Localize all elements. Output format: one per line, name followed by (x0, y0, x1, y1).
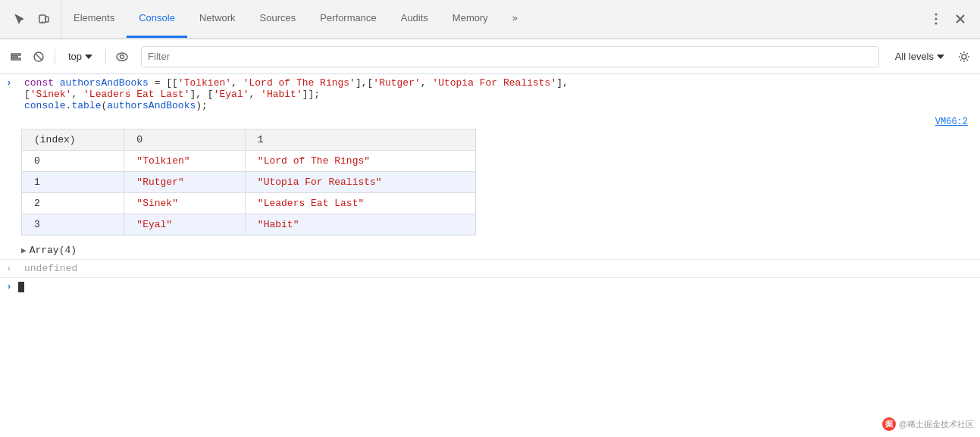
text-cursor (18, 282, 24, 292)
table-row: 2"Sinek""Leaders Eat Last" (22, 193, 476, 214)
svg-line-12 (36, 53, 42, 60)
console-input-line: › const authorsAndBooks = [['Tolkien', '… (0, 74, 980, 115)
svg-point-15 (962, 55, 966, 59)
console-table: (index) 0 1 0"Tolkien""Lord of The Rings… (21, 129, 476, 236)
table-row: 1"Rutger""Utopia For Realists" (22, 172, 476, 193)
col-header-1: 1 (245, 130, 475, 151)
array-label: Array(4) (30, 245, 77, 256)
triangle-icon: ▶ (21, 245, 27, 255)
filter-input[interactable] (141, 46, 879, 67)
tab-performance[interactable]: Performance (308, 0, 388, 38)
devtools-tabs: Elements Console Network Sources Perform… (61, 0, 919, 38)
svg-point-4 (935, 18, 938, 20)
kw-const: const (24, 77, 60, 89)
vm-link[interactable]: VM66:2 (935, 117, 968, 127)
table-row: 0"Tolkien""Lord of The Rings" (22, 151, 476, 172)
svg-rect-10 (11, 56, 17, 58)
tab-memory[interactable]: Memory (440, 0, 500, 38)
settings-icon[interactable] (954, 47, 974, 67)
input-arrow: › (6, 77, 21, 89)
code-block: const authorsAndBooks = [['Tolkien', 'Lo… (24, 77, 974, 111)
devtools-icons-left (3, 0, 61, 38)
svg-point-13 (117, 53, 127, 61)
tab-more[interactable]: » (500, 0, 530, 38)
tab-audits[interactable]: Audits (389, 0, 440, 38)
svg-point-5 (935, 23, 938, 25)
input-line[interactable]: › (0, 277, 980, 295)
tab-sources[interactable]: Sources (248, 0, 308, 38)
svg-point-3 (935, 14, 938, 16)
col-header-0: 0 (124, 130, 245, 151)
undefined-line: ‹ undefined (0, 259, 980, 277)
execute-icon[interactable] (6, 47, 26, 67)
tab-elements[interactable]: Elements (61, 0, 127, 38)
console-area: › const authorsAndBooks = [['Tolkien', '… (0, 74, 980, 437)
toolbar-divider (55, 49, 55, 64)
devtools-right-icons (919, 8, 977, 30)
svg-rect-1 (45, 17, 49, 22)
more-options-icon[interactable] (925, 8, 947, 30)
svg-rect-9 (11, 58, 20, 60)
prompt-caret: › (6, 281, 12, 292)
device-icon[interactable] (33, 8, 55, 30)
block-icon[interactable] (29, 47, 49, 67)
table-row: 3"Eyal""Habit" (22, 214, 476, 236)
context-selector[interactable]: top (61, 46, 99, 67)
vm-link-line: VM66:2 (0, 115, 980, 129)
devtools-topbar: Elements Console Network Sources Perform… (0, 0, 980, 39)
watermark-text: @稀土掘金技术社区 (899, 419, 974, 430)
svg-point-14 (121, 55, 124, 58)
tab-network[interactable]: Network (187, 0, 248, 38)
levels-selector[interactable]: All levels (888, 46, 951, 67)
col-header-index: (index) (22, 130, 124, 151)
console-table-wrap: (index) 0 1 0"Tolkien""Lord of The Rings… (0, 129, 980, 242)
return-arrow: ‹ (6, 263, 21, 274)
watermark: 掘 @稀土掘金技术社区 (882, 417, 974, 431)
close-icon[interactable] (950, 8, 971, 30)
tab-console[interactable]: Console (127, 0, 187, 38)
console-toolbar: top All levels (0, 39, 980, 74)
eye-icon[interactable] (112, 47, 132, 67)
watermark-badge: 掘 (882, 417, 896, 431)
toolbar-divider-2 (105, 49, 106, 64)
array-line[interactable]: ▶ Array(4) (0, 242, 980, 259)
cursor-icon[interactable] (9, 8, 30, 30)
table-header-row: (index) 0 1 (22, 130, 476, 151)
undefined-value: undefined (24, 263, 77, 274)
svg-rect-8 (11, 54, 20, 55)
